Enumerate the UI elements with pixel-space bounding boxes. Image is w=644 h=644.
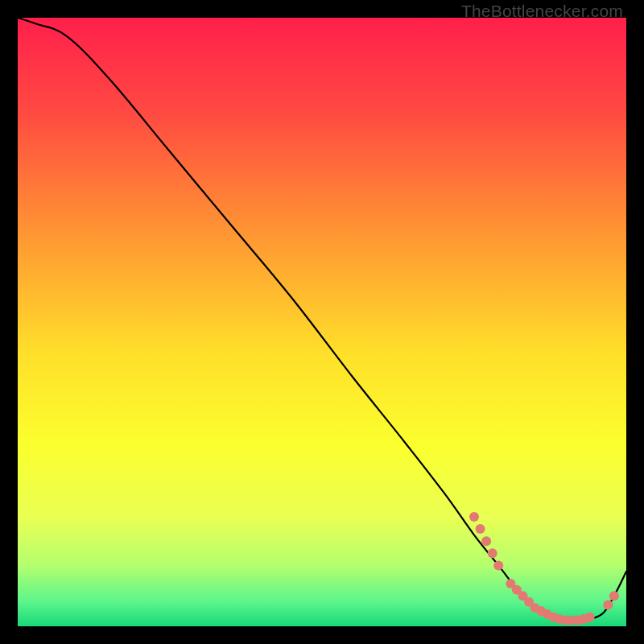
highlight-dot xyxy=(481,536,491,546)
highlight-dot xyxy=(585,613,595,622)
watermark-text: TheBottlenecker.com xyxy=(461,2,623,21)
chart-frame: TheBottlenecker.com xyxy=(0,0,644,644)
chart-plot-area xyxy=(18,18,626,626)
highlight-dot xyxy=(469,512,479,522)
highlight-dot xyxy=(488,548,497,558)
bottleneck-curve-line xyxy=(18,18,626,621)
highlight-dot xyxy=(493,560,503,570)
highlight-dot xyxy=(603,601,613,610)
highlight-dot xyxy=(476,524,485,534)
chart-svg xyxy=(18,18,626,626)
highlight-dots-group xyxy=(469,512,619,625)
highlight-dot xyxy=(609,591,619,601)
